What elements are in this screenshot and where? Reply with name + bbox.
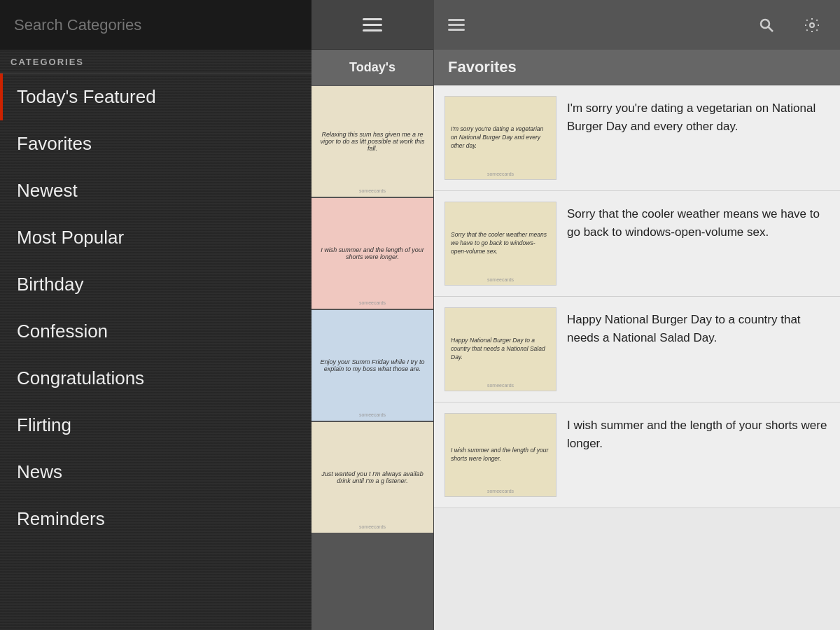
card-text: Relaxing this sum has given me a re vigo… <box>312 125 433 158</box>
fav-item-fav3[interactable]: Happy National Burger Day to a country t… <box>434 297 840 402</box>
card-list: Relaxing this sum has given me a re vigo… <box>312 86 433 630</box>
right-hamburger-icon[interactable] <box>444 15 468 34</box>
fav-watermark: someecards <box>487 383 514 388</box>
search-bar <box>0 0 312 50</box>
svg-line-1 <box>769 27 774 31</box>
card-text: I wish summer and the length of your sho… <box>312 241 433 266</box>
fav-item-fav4[interactable]: I wish summer and the length of your sho… <box>434 402 840 508</box>
fav-thumb-fav1: I'm sorry you're dating a vegetarian on … <box>444 96 556 180</box>
fav-watermark: someecards <box>487 277 514 282</box>
nav-list: Today's FeaturedFavoritesNewestMost Popu… <box>0 74 312 630</box>
fav-text-fav1: I'm sorry you're dating a vegetarian on … <box>567 96 830 135</box>
search-input[interactable] <box>14 16 298 34</box>
sidebar-item-flirting[interactable]: Flirting <box>0 402 312 449</box>
fav-item-fav1[interactable]: I'm sorry you're dating a vegetarian on … <box>434 85 840 191</box>
search-icon[interactable] <box>749 8 784 43</box>
fav-text-fav2: Sorry that the cooler weather means we h… <box>567 202 830 241</box>
fav-thumb-text: Happy National Burger Day to a country t… <box>445 331 556 368</box>
gear-icon[interactable] <box>794 8 830 43</box>
sidebar-item-todays-featured[interactable]: Today's Featured <box>0 74 312 120</box>
card-watermark: someecards <box>359 412 386 417</box>
card-text: Enjoy your Summ Friday while I try to ex… <box>312 353 433 378</box>
middle-tab[interactable]: Today's <box>312 50 433 86</box>
fav-watermark: someecards <box>487 489 514 493</box>
favorites-list: I'm sorry you're dating a vegetarian on … <box>434 85 840 630</box>
sidebar-item-newest[interactable]: Newest <box>0 167 312 214</box>
card-watermark: someecards <box>359 524 386 529</box>
fav-text-fav3: Happy National Burger Day to a country t… <box>567 307 830 346</box>
hamburger-icon[interactable] <box>363 18 382 31</box>
svg-point-0 <box>761 20 769 28</box>
fav-thumb-text: I'm sorry you're dating a vegetarian on … <box>445 120 556 156</box>
fav-watermark: someecards <box>487 172 514 176</box>
svg-point-2 <box>810 23 814 27</box>
sidebar-item-reminders[interactable]: Reminders <box>0 496 312 542</box>
card-watermark: someecards <box>359 300 386 305</box>
fav-thumb-fav3: Happy National Burger Day to a country t… <box>444 307 556 391</box>
card-thumb-card3[interactable]: Enjoy your Summ Friday while I try to ex… <box>312 310 433 422</box>
fav-thumb-text: I wish summer and the length of your sho… <box>445 441 556 469</box>
fav-item-fav2[interactable]: Sorry that the cooler weather means we h… <box>434 191 840 297</box>
card-thumb-card2[interactable]: I wish summer and the length of your sho… <box>312 198 433 310</box>
fav-thumb-fav2: Sorry that the cooler weather means we h… <box>444 202 556 286</box>
card-thumb-card1[interactable]: Relaxing this sum has given me a re vigo… <box>312 86 433 198</box>
sidebar-item-favorites[interactable]: Favorites <box>0 120 312 167</box>
right-header <box>434 0 840 50</box>
right-panel: Favorites I'm sorry you're dating a vege… <box>434 0 840 630</box>
middle-header <box>312 0 433 50</box>
sidebar-item-news[interactable]: News <box>0 449 312 496</box>
sidebar-item-congratulations[interactable]: Congratulations <box>0 355 312 402</box>
middle-panel: Today's Relaxing this sum has given me a… <box>312 0 434 630</box>
categories-label: CATEGORIES <box>0 50 312 74</box>
card-thumb-card4[interactable]: Just wanted you t I'm always availab dri… <box>312 422 433 534</box>
sidebar-item-confession[interactable]: Confession <box>0 308 312 355</box>
card-text: Just wanted you t I'm always availab dri… <box>312 465 433 490</box>
fav-thumb-fav4: I wish summer and the length of your sho… <box>444 413 556 497</box>
fav-thumb-text: Sorry that the cooler weather means we h… <box>445 225 556 262</box>
card-watermark: someecards <box>359 188 386 193</box>
left-panel: CATEGORIES Today's FeaturedFavoritesNewe… <box>0 0 312 630</box>
sidebar-item-most-popular[interactable]: Most Popular <box>0 214 312 261</box>
right-title: Favorites <box>434 50 840 85</box>
fav-text-fav4: I wish summer and the length of your sho… <box>567 413 830 452</box>
sidebar-item-birthday[interactable]: Birthday <box>0 261 312 308</box>
